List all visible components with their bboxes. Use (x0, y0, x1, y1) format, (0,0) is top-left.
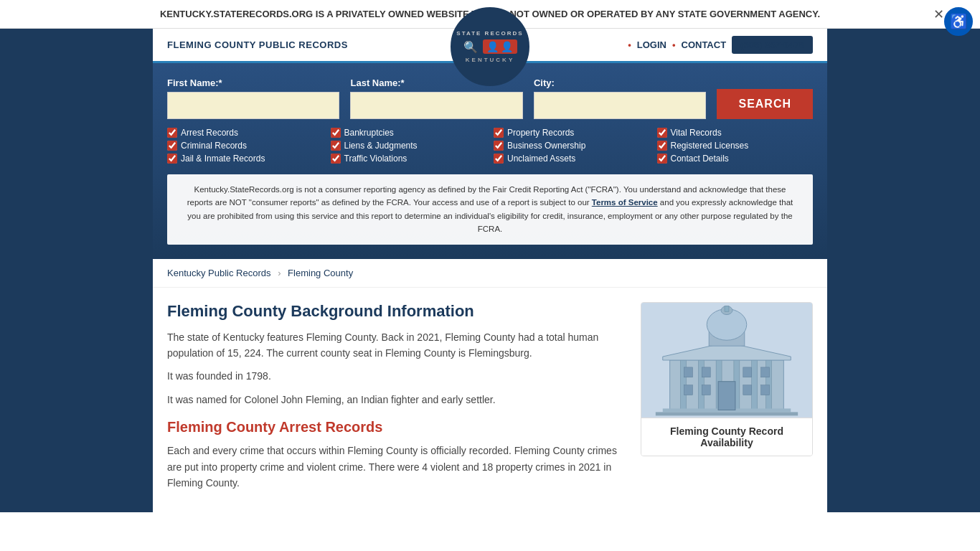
checkbox-vital-records[interactable] (657, 128, 667, 138)
search-form: First Name:* Last Name:* City: SEARCH Ar… (153, 61, 827, 259)
checkbox-item: Business Ownership (494, 141, 650, 151)
checkbox-label: Vital Records (671, 128, 722, 138)
svg-rect-17 (684, 367, 693, 377)
building-image (641, 303, 812, 418)
bg-para3: It was named for Colonel John Fleming, a… (167, 392, 626, 408)
checkbox-item: Traffic Violations (331, 154, 487, 164)
checkbox-liens-&-judgments[interactable] (331, 141, 341, 151)
svg-rect-22 (702, 385, 710, 395)
sidebar-card: Fleming County Record Availability (641, 302, 813, 456)
logo-arc-text: STATE RECORDS (456, 30, 523, 37)
checkbox-item: Bankruptcies (331, 128, 487, 138)
checkbox-label: Liens & Judgments (344, 141, 418, 151)
disclaimer: Kentucky.StateRecords.org is not a consu… (167, 174, 813, 245)
logo-bottom-text: KENTUCKY (466, 57, 514, 63)
arrest-title: Fleming County Arrest Records (167, 419, 626, 435)
last-name-input[interactable] (350, 92, 522, 119)
arrest-para: Each and every crime that occurs within … (167, 443, 626, 491)
checkbox-item: Unclaimed Assets (494, 154, 650, 164)
close-banner-button[interactable]: ✕ (933, 6, 944, 22)
svg-rect-10 (656, 412, 798, 415)
checkbox-label: Registered Licenses (671, 141, 749, 151)
checkbox-label: Contact Details (671, 154, 729, 164)
checkbox-property-records[interactable] (494, 128, 504, 138)
checkbox-criminal-records[interactable] (167, 141, 177, 151)
checkbox-label: Criminal Records (181, 141, 247, 151)
checkbox-bankruptcies[interactable] (331, 128, 341, 138)
main-text: Fleming County Background Information Th… (167, 302, 626, 499)
accessibility-button[interactable]: ♿ (944, 7, 973, 36)
svg-rect-21 (684, 385, 693, 395)
svg-rect-16 (718, 381, 735, 410)
header: FLEMING COUNTY PUBLIC RECORDS STATE RECO… (153, 29, 827, 61)
svg-rect-24 (761, 385, 770, 395)
city-group: City: (534, 77, 706, 119)
checkbox-label: Business Ownership (507, 141, 585, 151)
checkbox-item: Jail & Inmate Records (167, 154, 324, 164)
checkbox-item: Property Records (494, 128, 650, 138)
card-title: Fleming County Record Availability (641, 418, 812, 456)
checkbox-item: Registered Licenses (657, 141, 814, 151)
city-label: City: (534, 77, 706, 88)
bg-title: Fleming County Background Information (167, 302, 626, 321)
checkbox-label: Property Records (507, 128, 574, 138)
search-button[interactable]: SEARCH (717, 89, 813, 119)
checkbox-registered-licenses[interactable] (657, 141, 667, 151)
terms-link[interactable]: Terms of Service (592, 198, 658, 207)
checkbox-label: Bankruptcies (344, 128, 394, 138)
checkbox-item: Liens & Judgments (331, 141, 487, 151)
checkbox-item: Criminal Records (167, 141, 324, 151)
checkbox-item: Arrest Records (167, 128, 324, 138)
phone-button[interactable]: (606) 357-0476 (732, 36, 813, 54)
checkbox-arrest-records[interactable] (167, 128, 177, 138)
checkbox-item: Vital Records (657, 128, 814, 138)
main-content: Fleming County Background Information Th… (153, 288, 827, 513)
logo: STATE RECORDS 🔍 👤 👤 KENTUCKY (451, 7, 529, 86)
checkbox-jail-&-inmate-records[interactable] (167, 154, 177, 164)
bg-para2: It was founded in 1798. (167, 368, 626, 384)
checkbox-contact-details[interactable] (657, 154, 667, 164)
checkbox-traffic-violations[interactable] (331, 154, 341, 164)
checkbox-label: Arrest Records (181, 128, 238, 138)
svg-rect-15 (725, 306, 729, 311)
checkbox-label: Jail & Inmate Records (181, 154, 265, 164)
header-nav: • LOGIN • CONTACT (606) 357-0476 (628, 36, 813, 54)
svg-rect-7 (752, 360, 758, 410)
breadcrumb-separator: › (278, 268, 281, 278)
checkbox-label: Traffic Violations (344, 154, 407, 164)
contact-link[interactable]: CONTACT (682, 39, 727, 50)
breadcrumb-parent[interactable]: Kentucky Public Records (167, 268, 271, 278)
svg-rect-20 (761, 367, 770, 377)
city-input[interactable] (534, 92, 706, 119)
checkbox-business-ownership[interactable] (494, 141, 504, 151)
svg-rect-23 (743, 385, 752, 395)
svg-rect-19 (743, 367, 752, 377)
first-name-group: First Name:* (167, 77, 339, 119)
login-link[interactable]: LOGIN (637, 39, 666, 50)
checkbox-label: Unclaimed Assets (507, 154, 575, 164)
breadcrumb: Kentucky Public Records › Fleming County (153, 259, 827, 288)
people-icon: 👤 👤 (483, 39, 517, 54)
svg-rect-18 (702, 367, 710, 377)
first-name-input[interactable] (167, 92, 339, 119)
content-area: Kentucky Public Records › Fleming County… (153, 259, 827, 513)
breadcrumb-current: Fleming County (288, 268, 353, 278)
bg-para1: The state of Kentucky features Fleming C… (167, 329, 626, 362)
checkbox-unclaimed-assets[interactable] (494, 154, 504, 164)
checkbox-item: Contact Details (657, 154, 814, 164)
search-icon: 🔍 (463, 40, 479, 54)
first-name-label: First Name:* (167, 77, 339, 88)
site-title: FLEMING COUNTY PUBLIC RECORDS (167, 39, 348, 50)
checkboxes-grid: Arrest RecordsBankruptciesProperty Recor… (167, 128, 813, 164)
